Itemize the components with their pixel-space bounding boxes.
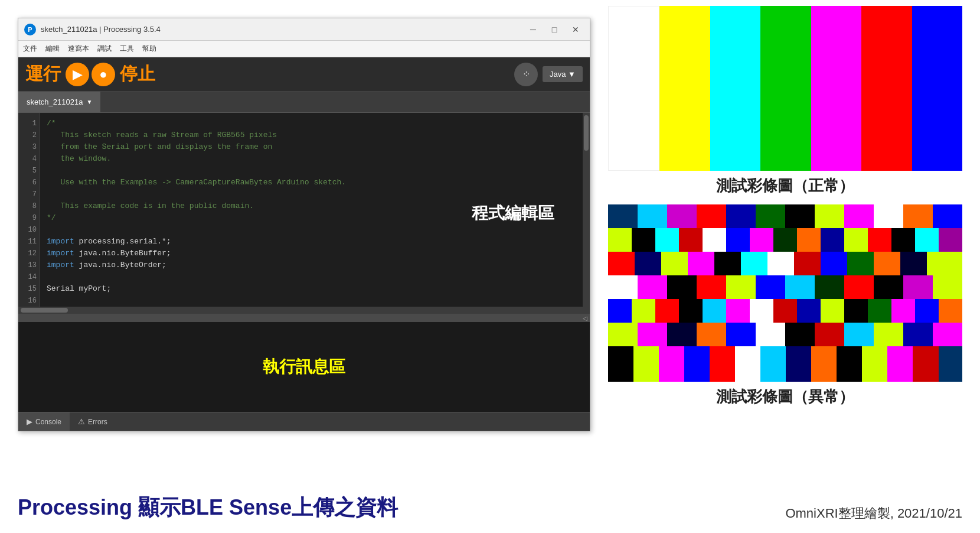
code-text[interactable]: /* This sketch reads a raw Stream of RGB… [40,113,583,307]
color-bar-blue [912,6,962,171]
svg-rect-27 [608,252,635,275]
svg-rect-13 [632,228,655,252]
svg-rect-87 [811,346,837,382]
svg-rect-45 [756,275,785,299]
errors-tab-label: Errors [88,418,107,426]
console-tab-bar: ▶ Console ⚠ Errors [18,412,590,431]
svg-rect-43 [697,275,726,299]
svg-rect-11 [933,204,962,228]
normal-color-bars-container: 測試彩條圖（正常） [608,6,962,201]
svg-rect-59 [773,299,797,323]
ide-window: P sketch_211021a | Processing 3.5.4 ─ □ … [18,18,590,431]
svg-rect-46 [785,275,815,299]
svg-rect-55 [679,299,703,323]
svg-rect-52 [608,299,632,323]
maximize-button[interactable]: □ [546,24,563,35]
toolbar: 運行 ▶ ● 停止 ⁘ Java ▼ [18,57,590,92]
svg-rect-81 [659,346,684,382]
java-mode-button[interactable]: Java ▼ [543,66,583,82]
svg-rect-75 [844,323,874,346]
resize-arrow-icon: ◁ [583,315,587,321]
svg-rect-49 [874,275,903,299]
scrollbar-thumb-h [21,308,68,313]
svg-rect-51 [933,275,962,299]
svg-rect-83 [710,346,735,382]
resize-handle[interactable]: ◁ [18,314,590,322]
svg-rect-25 [915,228,939,252]
console-content: 執行訊息區 [18,322,590,412]
svg-rect-48 [844,275,874,299]
horizontal-scrollbar[interactable] [18,307,590,314]
svg-rect-30 [688,252,714,275]
color-bar-magenta [811,6,861,171]
color-bar-white [608,6,659,171]
svg-rect-28 [635,252,661,275]
svg-rect-84 [735,346,760,382]
svg-rect-34 [794,252,821,275]
svg-rect-23 [868,228,891,252]
processing-icon: P [24,24,36,35]
window-controls: ─ □ ✕ [525,24,584,35]
svg-rect-10 [903,204,933,228]
vertical-scrollbar[interactable] [583,113,590,307]
run-label: 運行 [25,62,61,86]
svg-rect-6 [785,204,815,228]
run-button[interactable]: ▶ [66,63,89,86]
color-bar-cyan [710,6,760,171]
debug-button[interactable]: ⁘ [514,63,538,86]
menu-edit[interactable]: 編輯 [45,44,60,54]
svg-rect-0 [608,204,638,228]
code-editor[interactable]: 12345 678910 1112131415 1617181920 /* Th… [18,113,590,314]
stop-button[interactable]: ● [92,63,115,86]
svg-rect-44 [726,275,756,299]
svg-rect-1 [638,204,667,228]
bottom-section: Processing 顯示BLE Sense上傳之資料 OmniXRI整理繪製,… [18,493,962,522]
svg-rect-67 [608,323,638,346]
menu-help[interactable]: 幫助 [142,44,156,54]
svg-rect-41 [638,275,667,299]
svg-rect-66 [939,299,962,323]
console-tab-console[interactable]: ▶ Console [18,412,70,431]
stop-label: 停止 [120,62,155,86]
svg-rect-35 [821,252,847,275]
menu-debug[interactable]: 調試 [97,44,112,54]
svg-rect-5 [756,204,785,228]
svg-rect-40 [608,275,638,299]
menu-file[interactable]: 文件 [23,44,37,54]
minimize-button[interactable]: ─ [525,24,541,35]
svg-rect-21 [821,228,844,252]
svg-rect-76 [874,323,903,346]
svg-rect-2 [667,204,697,228]
toolbar-right: ⁘ Java ▼ [514,63,583,86]
svg-rect-70 [697,323,726,346]
color-bar-red [861,6,912,171]
svg-rect-20 [797,228,821,252]
bottom-title: Processing 顯示BLE Sense上傳之資料 [18,493,398,522]
menu-sketchbook[interactable]: 速寫本 [68,44,89,54]
svg-rect-61 [821,299,844,323]
svg-rect-31 [714,252,741,275]
menu-bar: 文件 編輯 速寫本 調試 工具 幫助 [18,41,590,57]
console-area: 執行訊息區 [18,322,590,412]
color-bar-yellow [659,6,710,171]
svg-rect-3 [697,204,726,228]
svg-rect-79 [608,346,633,382]
bottom-credit: OmniXRI整理繪製, 2021/10/21 [785,505,962,522]
close-button[interactable]: ✕ [567,24,584,35]
svg-rect-80 [633,346,659,382]
svg-rect-14 [655,228,679,252]
abnormal-label: 測試彩條圖（異常） [608,382,962,412]
svg-rect-33 [767,252,794,275]
svg-rect-39 [927,252,962,275]
svg-rect-82 [684,346,710,382]
svg-rect-47 [815,275,844,299]
tab-bar: sketch_211021a ▼ [18,92,590,113]
menu-tools[interactable]: 工具 [120,44,134,54]
svg-rect-91 [913,346,939,382]
svg-rect-72 [756,323,785,346]
sketch-tab[interactable]: sketch_211021a ▼ [18,92,100,112]
console-icon: ▶ [27,417,32,426]
svg-rect-77 [903,323,933,346]
console-tab-errors[interactable]: ⚠ Errors [70,412,116,431]
normal-color-bars [608,6,962,171]
